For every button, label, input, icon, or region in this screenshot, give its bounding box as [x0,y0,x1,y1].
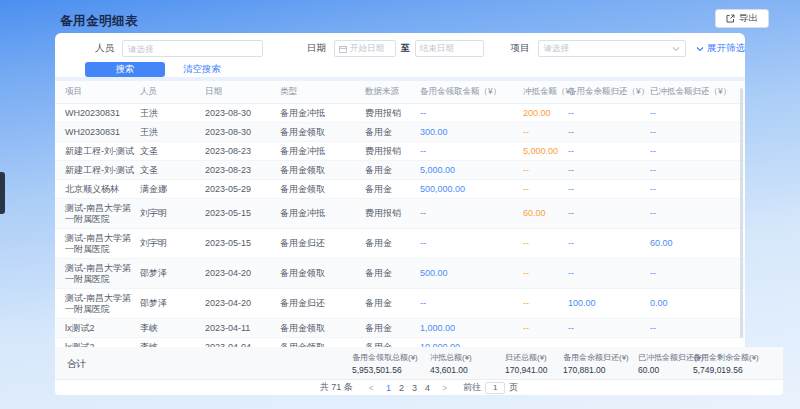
page-number-button[interactable]: 3 [408,383,421,393]
table-cell: 备用金归还 [280,289,365,319]
page-numbers: 1234 [382,383,434,393]
table-cell: -- [420,142,523,161]
table-cell: 500,000.00 [420,180,523,199]
table-cell: 备用金冲抵 [280,104,365,123]
table-cell: 备用金冲抵 [280,199,365,229]
table-row: WH20230831王洪2023-08-30备用金领取备用金300.00----… [55,123,745,142]
table-cell: 备用金领取 [280,123,365,142]
page-title: 备用金明细表 [60,13,138,30]
goto-prefix-label: 前往 [463,381,481,394]
table-row: 新建工程-刘-测试文圣2023-08-23备用金领取备用金5,000.00---… [55,161,745,180]
table-cell: -- [523,319,568,338]
table-cell: -- [568,259,650,289]
table-cell: WH20230831 [55,123,140,142]
summary-item-label: 备用金领取总额(¥) [352,352,430,363]
table-cell: -- [650,338,745,348]
table-column-header: 人员 [140,81,205,104]
table-cell: -- [523,338,568,348]
table-cell: 2023-08-30 [205,104,280,123]
petty-cash-detail-page: 备用金明细表 导出 人员 日期 开始日期 至 结束日期 [0,0,800,409]
goto-page-wrap: 前往 页 [463,381,518,394]
summary-item: 已冲抵金额归还(¥)60.00 [638,352,693,375]
table-cell: -- [420,289,523,319]
table-cell: -- [650,161,745,180]
search-button[interactable]: 搜索 [85,62,165,77]
table-column-header: 冲抵金额（¥） [523,81,568,104]
table-cell: 备用金领取 [280,259,365,289]
chevron-expand-icon [696,46,704,52]
table-cell: 北京顺义杨林 [55,180,140,199]
table-row: WH20230831王洪2023-08-30备用金冲抵费用报销--200.00-… [55,104,745,123]
table-cell: -- [568,161,650,180]
table-cell: lx测试2 [55,319,140,338]
summary-item-label: 冲抵总额(¥) [430,352,505,363]
summary-item-label: 备用金剩余金额(¥) [693,352,783,363]
table-cell: -- [568,229,650,259]
table-cell: 测试-南昌大学第一附属医院 [55,289,140,319]
date-start-input[interactable]: 开始日期 [334,40,396,57]
table-cell: 10,000.00 [420,338,523,348]
table-header-row: 项目人员日期类型数据来源备用金领取金额（¥）冲抵金额（¥）备用金余额归还（¥）已… [55,81,745,104]
table-cell: -- [568,338,650,348]
table-row: lx测试2李峡2023-04-11备用金领取备用金1,000.00------ [55,319,745,338]
table-cell: 2023-05-29 [205,180,280,199]
sidebar-collapse-handle[interactable] [0,172,5,214]
chevron-down-icon [672,46,680,52]
table-cell: -- [650,142,745,161]
goto-suffix-label: 页 [509,381,518,394]
page-number-button[interactable]: 1 [382,383,395,393]
table-cell: 2023-05-15 [205,229,280,259]
table-cell: -- [523,161,568,180]
table-cell: 备用金冲抵 [280,142,365,161]
expand-filters-link[interactable]: 展开筛选 [696,42,745,55]
export-icon [726,14,735,23]
table-cell: -- [650,259,745,289]
table-cell: 2023-04-11 [205,319,280,338]
summary-item: 备用金剩余金额(¥)5,749,019.56 [693,352,783,375]
date-separator-label: 至 [401,42,410,55]
table-cell: 60.00 [650,229,745,259]
table-row: 北京顺义杨林满金娜2023-05-29备用金领取备用金500,000.00---… [55,180,745,199]
date-end-input[interactable]: 结束日期 [415,40,484,57]
table-cell: 2023-04-20 [205,259,280,289]
main-card: 人员 日期 开始日期 至 结束日期 项目 请选择 [55,33,745,347]
table-cell: -- [568,180,650,199]
pagination-total: 共 71 条 [320,381,353,394]
table-cell: 200.00 [523,104,568,123]
export-button[interactable]: 导出 [715,9,769,28]
summary-item: 备用金余额归还(¥)170,881.00 [563,352,638,375]
project-filter-label: 项目 [511,42,530,55]
next-page-button[interactable]: > [439,383,450,393]
table-column-header: 日期 [205,81,280,104]
clear-search-link[interactable]: 清空搜索 [183,63,221,76]
summary-item-label: 备用金余额归还(¥) [563,352,638,363]
table-cell: -- [523,229,568,259]
table-cell: 2023-04-20 [205,289,280,319]
table-cell: 5,000.00 [523,142,568,161]
table-column-header: 备用金领取金额（¥） [420,81,523,104]
goto-page-input[interactable] [485,382,505,394]
summary-item-label: 已冲抵金额归还(¥) [638,352,693,363]
table-cell: 备用金领取 [280,161,365,180]
table-row: 测试-南昌大学第一附属医院邵梦泽2023-04-20备用金领取备用金500.00… [55,259,745,289]
date-start-placeholder: 开始日期 [350,43,384,55]
table-cell: 备用金 [365,161,420,180]
prev-page-button[interactable]: < [366,383,377,393]
page-number-button[interactable]: 2 [395,383,408,393]
table-cell: -- [650,123,745,142]
table-cell: 王洪 [140,123,205,142]
table-scrollbar[interactable] [740,88,743,338]
summary-item-value: 170,881.00 [563,365,638,375]
table-cell: -- [568,199,650,229]
project-filter-select[interactable]: 请选择 [538,40,686,57]
page-number-button[interactable]: 4 [421,383,434,393]
table-cell: -- [650,104,745,123]
table-cell: 刘宇明 [140,229,205,259]
table-cell: lx测试2 [55,338,140,348]
table-cell: -- [568,142,650,161]
table-cell: 备用金 [365,319,420,338]
table-cell: 李峡 [140,338,205,348]
table-cell: -- [420,199,523,229]
person-filter-input[interactable] [122,40,263,57]
table-cell: 满金娜 [140,180,205,199]
